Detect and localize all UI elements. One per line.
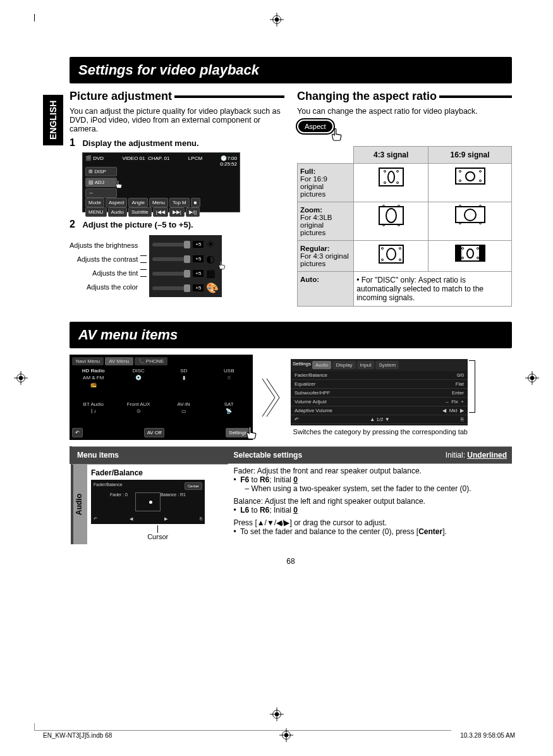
page-number: 68	[70, 557, 512, 566]
bright-label: Adjusts the brightness	[70, 241, 138, 249]
color-label: Adjusts the color	[70, 283, 138, 291]
pointer-hand-icon	[243, 425, 261, 443]
picture-adjustment-heading: Picture adjustment	[70, 90, 172, 103]
registration-mark-icon	[270, 13, 284, 27]
audio-button[interactable]: Audio	[108, 207, 127, 217]
set-row[interactable]: Adaptive Volume◀ Mid ▶	[291, 406, 468, 415]
stop-button[interactable]: ■	[191, 198, 200, 207]
menu-button[interactable]: Menu	[149, 198, 168, 207]
step-number: 1	[70, 137, 80, 149]
prev-button[interactable]: |◀◀	[153, 207, 168, 217]
set-tab-display[interactable]: Display	[332, 361, 355, 369]
disp-button[interactable]: ⊞ DISP	[85, 167, 117, 176]
adj-button[interactable]: ▤ ADJ	[85, 178, 117, 187]
set-row[interactable]: Volume Adjust– Fix +	[291, 398, 468, 406]
set-row[interactable]: Subwoofer/HPFEnter	[291, 389, 468, 398]
slider-bright[interactable]: +5☀	[152, 238, 219, 250]
ratio-icon	[379, 206, 404, 225]
fader-balance-screenshot: Fader/BalanceCenter Fader : 0Balance : R…	[91, 480, 205, 524]
subtitle-button[interactable]: Subtitle	[128, 207, 152, 217]
section-title: Settings for video playback	[70, 57, 512, 83]
phone-tab[interactable]: 📞 PHONE	[135, 357, 168, 365]
step-text: Adjust the picture (–5 to +5).	[82, 220, 193, 229]
aspect-intro: You can change the aspect ratio for vide…	[297, 107, 512, 116]
source-disc[interactable]: DISC💿	[118, 368, 161, 399]
tint-label: Adjusts the tint	[70, 269, 138, 277]
set-tab-input[interactable]: Input	[357, 361, 375, 369]
auto-desc: For "DISC" only: Aspect ratio is automat…	[356, 276, 483, 302]
aspect-ratio-table: 4:3 signal 16:9 signal Full:For 16:9 ori…	[297, 146, 512, 307]
fader-desc: Fader: Adjust the front and rear speaker…	[233, 466, 507, 475]
source-bt[interactable]: BT Audioᛒ♪	[72, 401, 115, 425]
source-usb[interactable]: USB⎍	[208, 368, 251, 399]
source-sd[interactable]: SD▮	[162, 368, 205, 399]
footer-right: 10.3.28 9:58:05 AM	[460, 732, 515, 739]
aspect-button[interactable]: Aspect	[297, 119, 334, 133]
slider-tint[interactable]: +5▦	[152, 267, 219, 279]
intro-text: You can adjust the picture quality for v…	[70, 107, 284, 133]
cursor-dot[interactable]	[149, 501, 152, 504]
playpause-button[interactable]: ▶/||	[186, 207, 200, 217]
fader-balance-item: Fader/Balance	[91, 468, 143, 477]
registration-mark-icon	[270, 707, 284, 721]
aspect-button[interactable]: Aspect	[106, 198, 127, 207]
arrows-button[interactable]: ↔	[85, 188, 117, 198]
dvd-screenshot: 🎬 DVD VIDEO 01 CHAP. 01 LPCM 🕐7:00 0:25:…	[82, 152, 240, 212]
footer: EN_KW-NT3[J]5.indb 68 10.3.28 9:58:05 AM	[43, 728, 515, 742]
balance-desc: Balance: Adjust the left and right speak…	[233, 497, 507, 506]
source-avin[interactable]: AV-IN▭	[162, 401, 205, 425]
registration-mark-icon	[525, 371, 539, 385]
source-sat[interactable]: SAT📡	[208, 401, 251, 425]
transition-arrow-icon	[253, 372, 291, 423]
source-hdradio[interactable]: HD RadioAM & FM📻	[72, 368, 115, 399]
ratio-icon	[379, 245, 404, 264]
heading-rule	[439, 95, 512, 98]
ratio-icon	[455, 206, 485, 223]
avmenu-tab[interactable]: AV Menu	[105, 357, 133, 365]
col-43: 4:3 signal	[354, 147, 428, 164]
col-169: 16:9 signal	[428, 147, 512, 164]
pointer-hand-icon	[217, 260, 228, 272]
menu2-button[interactable]: MENU	[85, 207, 107, 217]
registration-mark-icon	[279, 728, 293, 742]
page: ENGLISH Settings for video playback Pict…	[0, 0, 553, 756]
av-menu-screenshot: Navi Menu AV Menu 📞 PHONE HD RadioAM & F…	[70, 355, 253, 440]
step-text: Display the adjustment menu.	[82, 138, 198, 148]
slider-contrast[interactable]: +5◐	[152, 253, 219, 265]
center-button[interactable]: Center	[185, 482, 202, 490]
contrast-label: Adjusts the contrast	[70, 255, 138, 263]
pointer-hand-icon	[329, 127, 346, 145]
footer-left: EN_KW-NT3[J]5.indb 68	[43, 732, 112, 739]
angle-button[interactable]: Angle	[128, 198, 147, 207]
language-tab: ENGLISH	[43, 95, 63, 145]
set-tab-audio[interactable]: Audio	[312, 361, 331, 369]
contrast-icon: ◐	[206, 253, 215, 265]
ratio-icon	[455, 168, 485, 185]
ratio-icon	[455, 245, 485, 262]
color-icon: 🎨	[206, 282, 219, 294]
mode-button[interactable]: Mode	[85, 198, 104, 207]
back-button[interactable]: ↶	[72, 428, 83, 437]
set-row[interactable]: Fader/Balance0/0	[291, 371, 468, 380]
heading-rule	[174, 95, 284, 98]
set-row[interactable]: EqualizerFlat	[291, 380, 468, 389]
th-menu-items: Menu items	[71, 447, 228, 464]
set-tab-system[interactable]: System	[375, 361, 399, 369]
step-number: 2	[70, 219, 80, 230]
next-button[interactable]: ▶▶|	[169, 207, 185, 217]
menu-items-table: Menu items Selectable settings Initial: …	[70, 446, 512, 544]
left-column: Picture adjustment You can adjust the pi…	[70, 90, 284, 307]
th-selectable: Selectable settings Initial: Underlined	[228, 447, 512, 464]
aspect-heading: Changing the aspect ratio	[297, 90, 437, 103]
right-column: Changing the aspect ratio You can change…	[297, 90, 512, 307]
adjust-panel-screenshot: +5☀ +5◐ +5▦ +5🎨	[149, 235, 222, 297]
avoff-button[interactable]: AV Off	[144, 428, 165, 437]
pointer-hand-icon	[114, 180, 125, 191]
slider-color[interactable]: +5🎨	[152, 282, 219, 294]
topm-button[interactable]: Top M	[169, 198, 190, 207]
tint-icon: ▦	[206, 267, 216, 279]
sun-icon: ☀	[206, 238, 215, 250]
source-aux[interactable]: Front AUX⊙	[118, 401, 161, 425]
crop-mark	[34, 14, 42, 21]
navimenu-tab[interactable]: Navi Menu	[72, 357, 104, 365]
